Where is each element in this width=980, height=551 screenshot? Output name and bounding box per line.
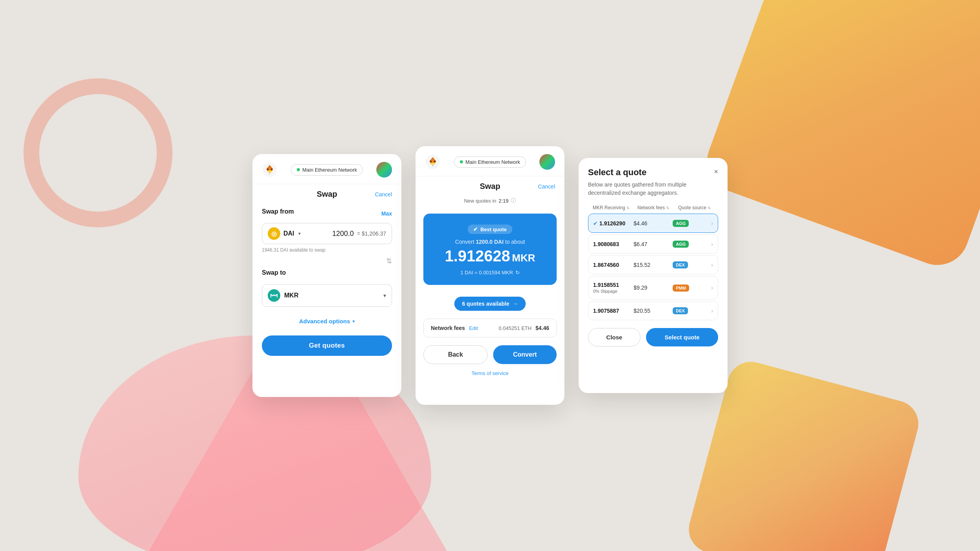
amount-input[interactable] — [323, 230, 354, 238]
swap-arrows-row: ⇅ — [262, 257, 392, 265]
source-col-label: Quote source — [678, 205, 706, 210]
panels-container: Main Ethereum Network Swap Cancel Swap f… — [252, 146, 728, 405]
available-balance-text: 1946.31 DAI available to swap — [262, 247, 392, 253]
quote-amount-value: 1.9080683 — [593, 241, 619, 247]
swap-to-label: Swap to — [262, 269, 286, 276]
swap-from-label-row: Swap from Max — [262, 208, 392, 219]
quote-row[interactable]: 1.8674560 $15.52 DEX › — [588, 255, 718, 274]
svg-point-16 — [430, 161, 432, 163]
source-sort-icon[interactable]: ⇅ — [708, 206, 711, 210]
fees-edit-link[interactable]: Edit — [469, 325, 478, 331]
receiving-col-header: MKR Receiving ⇅ — [593, 205, 636, 210]
fees-sort-icon[interactable]: ⇅ — [666, 206, 669, 210]
panel1-title: Swap — [317, 190, 337, 199]
select-quote-description: Below are quotes gathered from multiple … — [588, 181, 718, 197]
token-dropdown-chevron[interactable]: ▾ — [298, 231, 301, 236]
quote-amount-cell: 1.9158551 0% Slippage — [593, 282, 633, 294]
panel1-body: Swap from Max ◎ DAI ▾ = $1,206.37 1946.3… — [252, 199, 401, 365]
receiving-sort-icon[interactable]: ⇅ — [626, 206, 630, 210]
network-status-dot — [297, 168, 300, 171]
arrow-right-icon: → — [512, 301, 518, 307]
info-icon: ⓘ — [511, 197, 516, 204]
metamask-fox-icon-2 — [425, 154, 441, 170]
svg-point-7 — [267, 169, 269, 170]
close-modal-button[interactable]: × — [714, 168, 718, 175]
fees-label-row: Network fees Edit — [431, 324, 478, 332]
new-quotes-label: New quotes in — [464, 198, 496, 204]
quote-row-chevron-icon: › — [711, 241, 713, 247]
quote-source-cell: DEX — [673, 307, 708, 314]
source-col-header: Quote source ⇅ — [678, 205, 713, 210]
convert-description: Convert 1200.0 DAI to about — [433, 239, 547, 245]
cancel-link-2[interactable]: Cancel — [538, 183, 555, 190]
quote-amount-value: 1.8674560 — [593, 262, 619, 268]
fees-eth-amount: 0.045251 ETH — [499, 325, 532, 331]
quotes-available-button[interactable]: 6 quotes available → — [454, 297, 526, 311]
terms-of-service-link[interactable]: Terms of service — [416, 364, 564, 382]
select-quote-button[interactable]: Select quote — [646, 328, 718, 346]
quote-row-chevron-cell: › — [708, 284, 713, 291]
quote-row[interactable]: 1.9158551 0% Slippage $9.29 PMM › — [588, 276, 718, 299]
fees-usd-amount: $4.46 — [535, 325, 549, 331]
quote-amount-cell: 1.8674560 — [593, 262, 633, 268]
quote-row-chevron-icon: › — [711, 285, 713, 291]
panel1-header: Main Ethereum Network — [252, 154, 401, 184]
select-quote-title: Select a quote — [588, 167, 646, 178]
max-link[interactable]: Max — [381, 210, 392, 217]
user-avatar-2[interactable] — [539, 154, 555, 170]
amount-usd: = $1,206.37 — [357, 230, 386, 237]
get-quotes-button[interactable]: Get quotes — [262, 335, 392, 356]
panel1-title-row: Swap Cancel — [252, 184, 401, 199]
quote-fee-value: $4.46 — [633, 220, 673, 227]
quote-row-chevron-cell: › — [708, 307, 713, 314]
network-badge-2[interactable]: Main Ethereum Network — [454, 156, 526, 168]
advanced-options-row[interactable]: Advanced options ▾ — [262, 318, 392, 324]
quote-fee-value: $9.29 — [633, 285, 673, 291]
fees-col-label: Network fees — [637, 205, 665, 210]
network-badge[interactable]: Main Ethereum Network — [291, 164, 363, 176]
close-panel-button[interactable]: Close — [588, 328, 641, 346]
svg-point-17 — [434, 161, 436, 163]
fees-label: Network fees — [431, 325, 465, 331]
quote-row-chevron-icon: › — [711, 262, 713, 268]
best-quote-badge-label: Best quote — [480, 227, 506, 232]
quote-rows-container: ✔ 1.9126290 $4.46 AGG › 1.9080683 $6.47 — [588, 214, 718, 320]
swap-direction-arrows[interactable]: ⇅ — [386, 257, 392, 265]
best-quote-panel: Main Ethereum Network Swap Cancel New qu… — [416, 146, 564, 405]
quote-row-chevron-cell: › — [708, 261, 713, 268]
quote-source-cell: PMM — [673, 284, 708, 292]
quote-row[interactable]: 1.9080683 $6.47 AGG › — [588, 234, 718, 254]
back-button[interactable]: Back — [423, 345, 488, 364]
quote-fee-value: $15.52 — [633, 262, 673, 268]
quote-amount-cell: ✔ 1.9126290 — [593, 220, 633, 227]
quote-row[interactable]: ✔ 1.9126290 $4.46 AGG › — [588, 214, 718, 233]
swap-to-box[interactable]: MKR ▾ — [262, 284, 392, 307]
quote-amount-value: 1.9158551 — [593, 282, 619, 288]
panel3-buttons-row: Close Select quote — [588, 328, 718, 346]
refresh-icon[interactable]: ↻ — [515, 270, 520, 276]
quote-source-badge: DEX — [673, 261, 688, 268]
receiving-col-label: MKR Receiving — [593, 205, 625, 210]
quote-source-cell: AGG — [673, 219, 708, 227]
rate-text: 1 DAI = 0.001594 MKR — [460, 270, 513, 276]
cancel-link[interactable]: Cancel — [375, 191, 392, 198]
network-label: Main Ethereum Network — [302, 167, 357, 173]
panel2-title: Swap — [480, 182, 500, 191]
best-quote-rate: 1 DAI = 0.001594 MKR ↻ — [433, 270, 547, 276]
bg-circle-decoration — [24, 78, 172, 227]
select-quote-panel: Select a quote × Below are quotes gather… — [579, 158, 728, 393]
convert-button[interactable]: Convert — [493, 345, 557, 364]
quote-fee-value: $6.47 — [633, 241, 673, 247]
to-token-chevron[interactable]: ▾ — [383, 292, 386, 299]
quote-row[interactable]: 1.9075887 $20.55 DEX › — [588, 301, 718, 320]
dai-token-icon: ◎ — [268, 227, 280, 240]
select-quote-header: Select a quote × — [588, 167, 718, 178]
advanced-options-chevron-icon: ▾ — [352, 319, 355, 324]
fees-amounts: 0.045251 ETH $4.46 — [499, 325, 549, 331]
user-avatar[interactable] — [376, 162, 392, 178]
swap-from-panel: Main Ethereum Network Swap Cancel Swap f… — [252, 154, 401, 397]
quote-table-header: MKR Receiving ⇅ Network fees ⇅ Quote sou… — [588, 205, 718, 214]
quote-amount-cell: 1.9080683 — [593, 241, 633, 247]
bg-orange-shape — [698, 0, 980, 274]
to-token-name: MKR — [284, 292, 383, 299]
